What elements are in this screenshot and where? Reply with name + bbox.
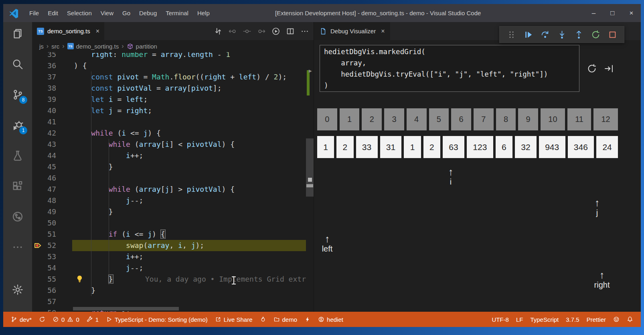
warning-icon [67,316,73,323]
debug-visualizer-panel: Debug Visualizer × hedietDbgVis.markedGr… [314,22,641,312]
run-code-button[interactable] [271,26,281,36]
activity-more-views[interactable] [3,236,32,259]
close-button[interactable]: × [622,4,641,22]
compare-changes-button[interactable] [213,26,223,36]
flame-icon [260,316,266,323]
grid-value-cell: 63 [443,136,464,158]
search-icon [12,58,24,70]
files-icon [12,28,24,40]
code-text: } [74,206,113,217]
continue-button[interactable] [523,29,533,40]
navigate-current-button[interactable] [242,26,252,36]
status-flame[interactable] [256,312,270,327]
open-expression-button[interactable] [603,63,614,74]
drag-grip-button[interactable] [506,29,516,40]
breadcrumb-item[interactable]: src [51,43,59,50]
menu-terminal[interactable]: Terminal [161,4,193,22]
menu-edit[interactable]: Edit [43,4,63,22]
status-label: TypeScript [530,316,559,323]
activity-run-and-debug[interactable]: 1 [3,114,32,137]
status-encoding[interactable]: UTF-8 [488,312,512,327]
code-text: const pivotVal = array[pivot]; [74,83,222,94]
step-into-button[interactable] [557,29,567,40]
status-problems[interactable]: 00 [49,312,83,327]
tab-demo-sorting[interactable]: TS demo_sorting.ts × [32,22,104,40]
menu-bar: FileEditSelectionViewGoDebugTerminalHelp [25,4,214,22]
minimize-button[interactable]: – [584,4,603,22]
line-number: 45 [38,161,56,173]
status-sync[interactable] [35,312,49,327]
step-out-button[interactable] [573,29,584,40]
tab-label: demo_sorting.ts [47,28,90,35]
status-tools[interactable]: 1 [83,312,102,327]
marker-arrow-icon: ↑ [595,197,600,208]
grid-index-cell: 2 [362,108,382,130]
breadcrumb-separator: › [122,43,124,50]
code-line: 48 j--; [32,195,306,206]
breadcrumb-item[interactable]: TSdemo_sorting.ts [67,43,119,50]
expression-input[interactable]: hedietDbgVis.markedGrid( array, hedietDb… [320,45,579,92]
activity-explorer[interactable] [3,22,32,45]
code-line: 49 } [32,206,306,217]
status-language-mode[interactable]: TypeScript [527,312,562,327]
more-actions-button[interactable] [300,26,310,36]
menu-view[interactable]: View [96,4,118,22]
line-number: 42 [38,128,56,139]
horizontal-scrollbar-thumb[interactable] [73,307,179,311]
vertical-scrollbar-thumb[interactable] [306,138,314,197]
breadcrumb-item[interactable]: partition [127,43,157,50]
refresh-icon [587,63,597,74]
status-account[interactable]: hediet [314,312,347,327]
activity-extensions[interactable] [3,175,32,198]
activity-manage[interactable] [3,278,32,301]
activity-testing[interactable] [3,144,32,167]
status-workspace-folder[interactable]: demo [270,312,301,327]
code-editor[interactable]: 35 right: number = array.length - 136) {… [32,52,306,312]
breadcrumb: js›src›TSdemo_sorting.ts›partition [32,40,314,52]
menu-debug[interactable]: Debug [135,4,161,22]
menu-help[interactable]: Help [193,4,214,22]
close-panel-icon[interactable]: × [381,28,385,35]
panel-expander-icon[interactable]: ▶ [309,69,312,73]
grid-value-cell: 1 [317,136,334,158]
activity-search[interactable] [3,53,32,76]
dbgvis-icon [12,211,24,223]
close-tab-icon[interactable]: × [96,28,99,35]
status-feedback[interactable] [610,312,623,327]
menu-file[interactable]: File [25,4,43,22]
split-icon [286,27,295,36]
grid-value-cell: 33 [356,136,378,158]
marker-arrow-icon: ↑ [448,166,454,177]
ellipsis-icon [300,27,309,36]
menu-go[interactable]: Go [118,4,135,22]
stop-button[interactable] [607,29,618,40]
activity-source-control[interactable]: 8 [3,83,32,106]
status-formatter[interactable]: Prettier [583,312,610,327]
navigate-forward-button[interactable] [257,26,266,36]
breadcrumb-item[interactable]: js [39,43,44,50]
status-debug-session[interactable]: TypeScript - Demo: Sorting (demo) [102,312,211,327]
step-over-button[interactable] [540,29,550,40]
status-live-share[interactable]: Live Share [211,312,256,327]
code-line: 38 const pivotVal = array[pivot]; [32,83,306,94]
line-number: 48 [38,195,56,206]
grid-index-cell: 11 [567,108,591,130]
status-notifications[interactable] [623,312,637,327]
code-line: 57 [32,296,306,307]
status-ts-version[interactable]: 3.7.5 [562,312,583,327]
refresh-visualization-button[interactable] [587,63,597,74]
grid-value-cell: 2 [336,136,353,158]
breadcrumb-label: partition [136,43,157,50]
tab-debug-visualizer[interactable]: Debug Visualizer × [314,22,390,40]
split-editor-button[interactable] [286,26,295,36]
status-eol[interactable]: LF [512,312,527,327]
status-git-branch[interactable]: dev* [7,312,35,327]
navigate-back-button[interactable] [228,26,237,36]
restart-button[interactable] [590,29,601,40]
code-line: 37 const pivot = Math.floor((right + lef… [32,71,306,83]
status-zap[interactable] [301,312,314,327]
menu-selection[interactable]: Selection [63,4,96,22]
maximize-button[interactable]: □ [603,4,622,22]
activity-debug-visualizer-view[interactable] [3,205,32,228]
feedback-icon [613,316,620,323]
